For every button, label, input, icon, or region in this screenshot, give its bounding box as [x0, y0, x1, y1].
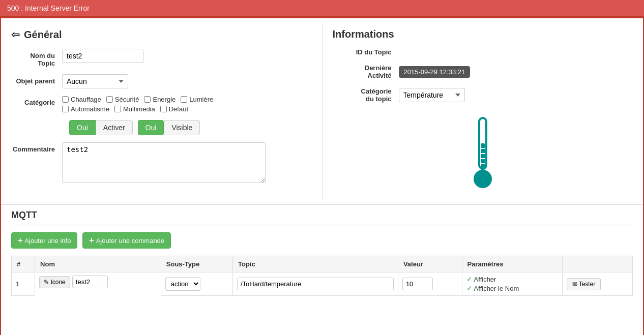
mqtt-table: # Nom Sous-Type Topic Valeur Paramètres … — [11, 256, 633, 296]
visible-on-button[interactable]: Oui — [138, 120, 164, 135]
mqtt-section: MQTT + Ajouter une info + Ajouter une co… — [1, 205, 643, 301]
back-arrow-icon[interactable]: ⇦ — [11, 28, 20, 41]
thermometer-icon — [462, 113, 503, 194]
informations-section-title: Informations — [333, 28, 633, 40]
id-topic-row: ID du Topic — [333, 48, 633, 56]
check-afficher-icon: ✓ — [466, 276, 472, 283]
categorie-topic-row: Catégoriedu topic Température — [333, 87, 633, 103]
cat-securite[interactable]: Sécurité — [106, 96, 139, 103]
cat-energie[interactable]: Energie — [144, 96, 175, 103]
th-nom: Nom — [35, 256, 161, 272]
derniere-activite-value: 2015-09-29 12:33:21 — [399, 66, 471, 78]
svg-rect-1 — [481, 143, 485, 170]
td-topic — [232, 272, 398, 296]
th-topic: Topic — [232, 256, 398, 272]
table-header-row: # Nom Sous-Type Topic Valeur Paramètres — [12, 256, 633, 272]
categorie-topic-select[interactable]: Température — [399, 88, 465, 102]
mqtt-add-buttons: + Ajouter une info + Ajouter une command… — [11, 232, 633, 249]
error-banner: 500 : Internal Server Error — [0, 0, 644, 17]
topic-input[interactable] — [237, 278, 394, 290]
th-parametres: Paramètres — [462, 256, 562, 272]
commentaire-row: Commentaire test2 — [11, 142, 312, 183]
commentaire-label: Commentaire — [11, 142, 62, 153]
param-afficher-text: Afficher — [474, 276, 496, 283]
objet-parent-label: Objet parent — [11, 74, 62, 85]
cat-defaut[interactable]: Defaut — [160, 105, 188, 113]
td-nom: ✎ Icone — [35, 272, 161, 291]
thermometer-container — [333, 113, 633, 194]
add-command-button[interactable]: + Ajouter une commande — [82, 232, 171, 249]
td-tester: ✉ Tester — [562, 272, 632, 296]
error-text: 500 : Internal Server Error — [7, 4, 90, 12]
categorie-row: Catégorie Chauffage Sécurité Energie Lum… — [11, 96, 312, 113]
derniere-activite-label: DernièreActivité — [333, 64, 399, 79]
categorie-topic-label: Catégoriedu topic — [333, 87, 399, 103]
icon-button[interactable]: ✎ Icone — [39, 276, 70, 288]
td-sous-type: action — [161, 272, 232, 296]
id-topic-label: ID du Topic — [333, 48, 399, 56]
activer-on-button[interactable]: Oui — [69, 120, 96, 135]
objet-parent-select[interactable]: Aucun — [62, 74, 128, 88]
td-row-num: 1 — [12, 272, 35, 296]
visible-label-button[interactable]: Visible — [164, 120, 200, 135]
commentaire-textarea[interactable]: test2 — [62, 142, 266, 183]
tester-button[interactable]: ✉ Tester — [567, 278, 601, 290]
nom-topic-label: Nom duTopic — [11, 49, 62, 67]
add-command-label: Ajouter une commande — [96, 237, 164, 245]
check-afficher-nom-icon: ✓ — [466, 285, 472, 292]
param-afficher-nom-text: Afficher le Nom — [474, 285, 519, 292]
nom-topic-input[interactable] — [62, 49, 143, 63]
mqtt-title: MQTT — [11, 210, 633, 225]
cat-lumiere[interactable]: Lumière — [181, 96, 213, 103]
activer-visible-group: Oui Activer Oui Visible — [69, 120, 312, 135]
add-info-label: Ajouter une info — [24, 237, 71, 245]
th-valeur: Valeur — [398, 256, 462, 272]
add-info-button[interactable]: + Ajouter une info — [11, 232, 77, 249]
nom-input[interactable] — [72, 276, 108, 288]
sous-type-select[interactable]: action — [165, 277, 200, 291]
svg-point-7 — [476, 172, 490, 186]
td-valeur — [398, 272, 462, 296]
categorie-checkboxes: Chauffage Sécurité Energie Lumière Autom… — [62, 96, 213, 113]
param-afficher-nom: ✓ Afficher le Nom — [466, 285, 558, 292]
cat-multimedia[interactable]: Multimedia — [114, 105, 155, 113]
table-row: 1 ✎ Icone action — [12, 272, 633, 296]
general-section-title: ⇦ Général — [11, 28, 312, 41]
td-parametres: ✓ Afficher ✓ Afficher le Nom — [462, 272, 562, 296]
th-num: # — [12, 256, 35, 272]
objet-parent-row: Objet parent Aucun — [11, 74, 312, 88]
plus-command-icon: + — [89, 236, 94, 245]
cat-automatisme[interactable]: Automatisme — [62, 105, 109, 113]
categorie-label: Catégorie — [11, 96, 62, 106]
derniere-activite-row: DernièreActivité 2015-09-29 12:33:21 — [333, 64, 633, 79]
plus-info-icon: + — [18, 236, 22, 245]
param-afficher: ✓ Afficher — [466, 276, 558, 283]
th-sous-type: Sous-Type — [161, 256, 232, 272]
cat-chauffage[interactable]: Chauffage — [62, 96, 101, 103]
nom-topic-row: Nom duTopic — [11, 49, 312, 67]
th-actions — [562, 256, 632, 272]
activer-label-button[interactable]: Activer — [96, 120, 133, 135]
valeur-input[interactable] — [402, 278, 433, 290]
